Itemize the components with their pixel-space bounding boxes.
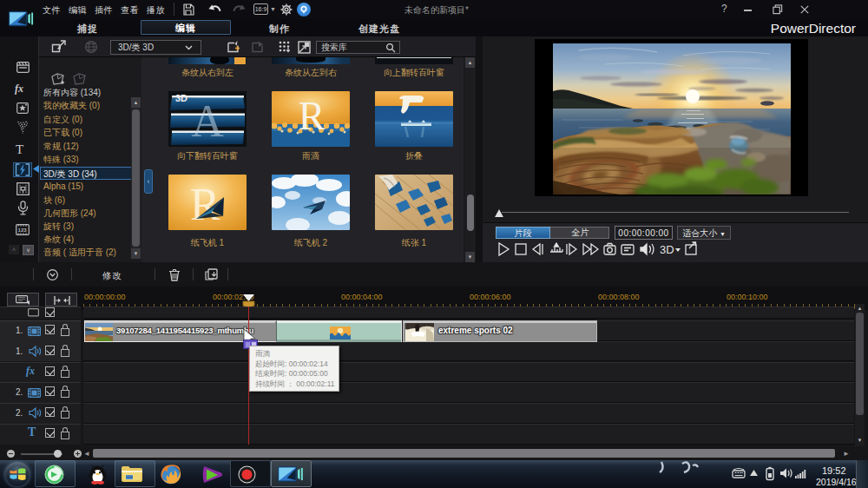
svg-text:3D: 3D (660, 243, 674, 256)
svg-text:R: R (299, 94, 326, 138)
svg-text:123: 123 (18, 228, 28, 233)
svg-text:A: A (191, 96, 224, 146)
svg-text:3D: 3D (175, 93, 187, 103)
